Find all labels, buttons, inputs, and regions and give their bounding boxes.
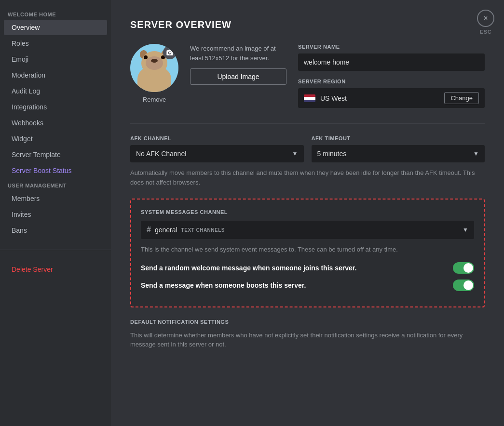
sidebar-item-bans[interactable]: Bans	[4, 223, 107, 238]
welcome-message-toggle[interactable]	[453, 262, 474, 274]
sidebar-item-overview[interactable]: Overview	[4, 20, 107, 35]
sidebar-item-members[interactable]: Members	[4, 191, 107, 206]
sidebar-item-server-template[interactable]: Server Template	[4, 147, 107, 162]
welcome-message-label: Send a random welcome message when someo…	[141, 264, 356, 272]
sidebar: WELCOME HOME Overview Roles Emoji Modera…	[0, 0, 111, 426]
channel-dropdown-icon: ▼	[463, 226, 468, 233]
afk-channel-select-wrapper: No AFK Channel ▼	[130, 145, 304, 162]
upload-icon[interactable]	[163, 46, 177, 59]
channel-name: general	[155, 226, 177, 234]
sidebar-item-roles[interactable]: Roles	[4, 36, 107, 51]
welcome-message-toggle-row: Send a random welcome message when someo…	[141, 262, 474, 274]
system-messages-hint: This is the channel we send system event…	[141, 245, 474, 254]
default-notification-settings: DEFAULT NOTIFICATION SETTINGS This will …	[130, 319, 485, 349]
afk-section: AFK CHANNEL No AFK Channel ▼ AFK TIMEOUT…	[130, 135, 485, 162]
camera-icon	[166, 49, 174, 56]
upload-image-button[interactable]: Upload Image	[190, 68, 286, 85]
sidebar-section-welcome: WELCOME HOME	[0, 8, 111, 19]
sidebar-item-server-boost-status[interactable]: Server Boost Status	[4, 163, 107, 178]
sidebar-item-emoji[interactable]: Emoji	[4, 52, 107, 67]
boost-message-label: Send a message when someone boosts this …	[141, 281, 306, 289]
esc-label: ESC	[480, 29, 491, 35]
sidebar-section-user-management: USER MANAGEMENT	[0, 179, 111, 190]
sidebar-item-webhooks[interactable]: Webhooks	[4, 115, 107, 131]
divider-1	[130, 123, 485, 124]
change-region-button[interactable]: Change	[444, 92, 479, 104]
image-description: We recommend an image of at least 512x51…	[190, 44, 286, 85]
sidebar-item-invites[interactable]: Invites	[4, 207, 107, 222]
image-recommend-text: We recommend an image of at least 512x51…	[190, 44, 286, 63]
afk-channel-field: AFK CHANNEL No AFK Channel ▼	[130, 135, 304, 162]
region-name: US West	[320, 94, 439, 102]
channel-hash-icon: #	[147, 226, 151, 234]
main-content: SERVER OVERVIEW Remove	[111, 0, 504, 426]
remove-image-link[interactable]: Remove	[143, 96, 166, 103]
server-region-label: SERVER REGION	[298, 79, 485, 84]
sidebar-item-widget[interactable]: Widget	[4, 131, 107, 146]
sidebar-item-delete-server[interactable]: Delete Server	[4, 262, 107, 277]
page-title: SERVER OVERVIEW	[130, 19, 485, 30]
sidebar-item-moderation[interactable]: Moderation	[4, 67, 107, 83]
boost-message-toggle-row: Send a message when someone boosts this …	[141, 280, 474, 291]
esc-button[interactable]: × ESC	[477, 10, 494, 35]
system-messages-box: SYSTEM MESSAGES CHANNEL # general TEXT C…	[130, 199, 485, 307]
channel-badge: TEXT CHANNELS	[181, 227, 225, 233]
channel-selector[interactable]: # general TEXT CHANNELS ▼	[141, 221, 474, 239]
afk-hint: Automatically move members to this chann…	[130, 168, 485, 187]
system-messages-label: SYSTEM MESSAGES CHANNEL	[141, 209, 474, 215]
default-notifications-hint: This will determine whether members who …	[130, 331, 485, 349]
afk-channel-select[interactable]: No AFK Channel	[130, 145, 304, 162]
sidebar-item-audit-log[interactable]: Audit Log	[4, 83, 107, 99]
server-name-input[interactable]	[298, 53, 485, 71]
afk-channel-label: AFK CHANNEL	[130, 135, 304, 141]
server-icon-wrapper: Remove	[130, 44, 178, 103]
us-flag-icon	[304, 94, 315, 102]
region-selector: US West Change	[298, 88, 485, 108]
server-header: Remove We recommend an image of at least…	[130, 44, 485, 108]
boost-message-toggle[interactable]	[453, 280, 474, 291]
close-icon[interactable]: ×	[477, 10, 494, 27]
afk-timeout-select[interactable]: 1 minute 5 minutes 10 minutes 15 minutes…	[312, 145, 485, 162]
server-name-label: SERVER NAME	[298, 44, 485, 50]
server-icon[interactable]	[130, 44, 178, 92]
server-details: SERVER NAME SERVER REGION US West Change	[298, 44, 485, 108]
default-notifications-label: DEFAULT NOTIFICATION SETTINGS	[130, 319, 485, 325]
afk-timeout-label: AFK TIMEOUT	[312, 135, 485, 141]
sidebar-item-integrations[interactable]: Integrations	[4, 99, 107, 115]
afk-timeout-select-wrapper: 1 minute 5 minutes 10 minutes 15 minutes…	[312, 145, 485, 162]
afk-timeout-field: AFK TIMEOUT 1 minute 5 minutes 10 minute…	[312, 135, 485, 162]
